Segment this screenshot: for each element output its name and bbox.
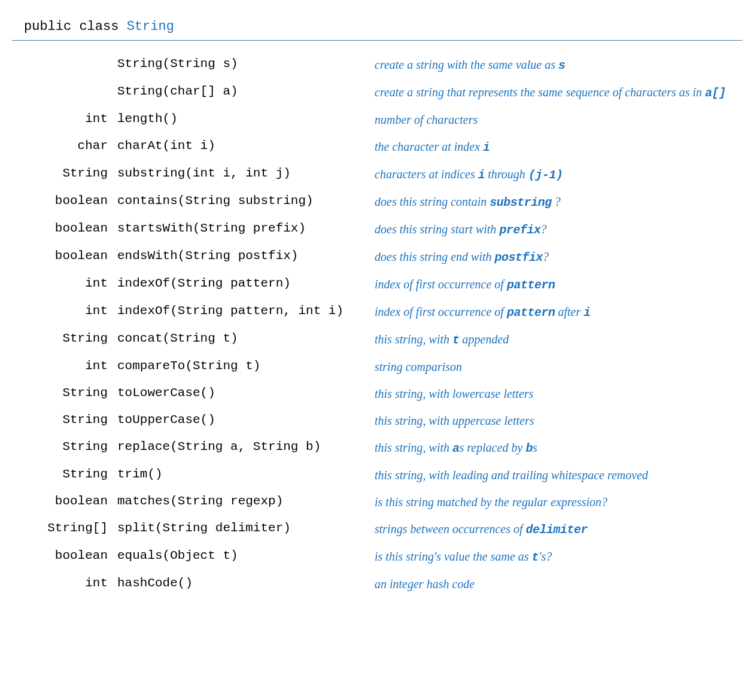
method-row: intindexOf(String pattern)index of first… — [12, 271, 742, 299]
method-row: Stringreplace(String a, String b)this st… — [12, 434, 742, 462]
class-keyword: public class — [24, 19, 118, 34]
return-type: boolean — [12, 494, 117, 508]
inline-code: pattern — [507, 278, 555, 292]
method-signature: charAt(int i) — [117, 139, 375, 153]
method-description: this string, with uppercase letters — [375, 413, 742, 429]
inline-code: s — [558, 59, 566, 72]
return-type: String — [12, 166, 117, 180]
description-text: index of first occurrence of — [375, 305, 507, 318]
method-description: the character at index i — [375, 139, 742, 156]
return-type: boolean — [12, 249, 117, 263]
return-type: String — [12, 467, 117, 481]
method-signature: matches(String regexp) — [117, 494, 375, 508]
return-type: String — [12, 440, 117, 454]
inline-code: postfix — [495, 251, 543, 264]
method-row: intcompareTo(String t)string comparison — [12, 354, 742, 381]
method-signature: compareTo(String t) — [117, 359, 375, 373]
inline-code: i — [478, 168, 485, 182]
description-text: this string, with leading and trailing w… — [375, 468, 648, 482]
description-text: create a string that represents the same… — [375, 86, 705, 99]
method-description: does this string end with postfix? — [375, 249, 742, 266]
description-text: ? — [540, 223, 546, 236]
description-text: through — [485, 168, 528, 181]
method-signature: indexOf(String pattern) — [117, 276, 375, 290]
description-text: an integer hash code — [375, 577, 475, 591]
return-type: char — [12, 139, 117, 153]
method-description: index of first occurrence of pattern aft… — [375, 304, 742, 321]
return-type: int — [12, 576, 117, 590]
description-text: s — [533, 441, 537, 454]
return-type: int — [12, 112, 117, 126]
method-signature: contains(String substring) — [117, 194, 375, 208]
method-description: does this string contain substring ? — [375, 194, 742, 211]
return-type: String[] — [12, 521, 117, 535]
description-text: after — [555, 305, 583, 318]
method-signature: split(String delimiter) — [117, 521, 375, 535]
description-text: ? — [543, 250, 549, 263]
return-type: String — [12, 413, 117, 427]
return-type: String — [12, 386, 117, 400]
method-row: StringtoUpperCase()this string, with upp… — [12, 407, 742, 434]
description-text: create a string with the same value as — [375, 58, 558, 71]
description-text: appended — [460, 333, 509, 346]
inline-code: i — [583, 306, 591, 319]
method-description: this string, with lowercase letters — [375, 386, 742, 402]
method-description: index of first occurrence of pattern — [375, 276, 742, 293]
method-description: is this string's value the same as t's? — [375, 549, 742, 565]
method-signature: String(String s) — [117, 57, 375, 71]
description-text: ? — [552, 195, 561, 208]
class-name: String — [127, 19, 174, 34]
description-text: the character at index — [375, 140, 483, 153]
description-text: is this string matched by the regular ex… — [375, 495, 607, 509]
description-text: does this string end with — [375, 250, 495, 263]
method-signature: indexOf(String pattern, int i) — [117, 304, 375, 318]
method-description: an integer hash code — [375, 576, 742, 592]
method-description: does this string start with prefix? — [375, 221, 742, 238]
description-text: 's? — [539, 550, 552, 563]
method-row: String(char[] a)create a string that rep… — [12, 79, 742, 106]
method-signature: String(char[] a) — [117, 84, 375, 98]
description-text: characters at indices — [375, 168, 478, 181]
method-description: this string, with as replaced by bs — [375, 440, 742, 456]
method-row: booleancontains(String substring)does th… — [12, 188, 742, 216]
method-description: this string, with t appended — [375, 331, 742, 348]
method-signature: substring(int i, int j) — [117, 166, 375, 180]
description-text: this string, with uppercase letters — [375, 414, 534, 427]
method-signature: toLowerCase() — [117, 386, 375, 400]
description-text: this string, with — [375, 441, 452, 454]
method-row: booleanmatches(String regexp)is this str… — [12, 489, 742, 516]
method-signature: trim() — [117, 467, 375, 481]
method-list: String(String s)create a string with the… — [12, 41, 742, 598]
method-signature: concat(String t) — [117, 331, 375, 345]
method-signature: endsWith(String postfix) — [117, 249, 375, 263]
method-row: charcharAt(int i)the character at index … — [12, 133, 742, 161]
return-type: boolean — [12, 549, 117, 562]
method-description: this string, with leading and trailing w… — [375, 467, 742, 483]
method-row: booleanendsWith(String postfix)does this… — [12, 244, 742, 271]
method-row: Stringconcat(String t)this string, with … — [12, 326, 742, 354]
method-row: intindexOf(String pattern, int i)index o… — [12, 299, 742, 326]
method-row: inthashCode()an integer hash code — [12, 571, 742, 598]
method-row: intlength()number of characters — [12, 106, 742, 133]
description-text: does this string contain — [375, 195, 490, 208]
method-description: create a string with the same value as s — [375, 57, 742, 74]
method-signature: hashCode() — [117, 576, 375, 590]
return-type: int — [12, 276, 117, 290]
method-signature: startsWith(String prefix) — [117, 221, 375, 235]
return-type: String — [12, 331, 117, 345]
inline-code: a[] — [705, 86, 726, 100]
method-description: is this string matched by the regular ex… — [375, 494, 742, 510]
return-type: boolean — [12, 194, 117, 208]
inline-code: substring — [490, 196, 552, 209]
method-signature: length() — [117, 112, 375, 126]
method-row: booleanstartsWith(String prefix)does thi… — [12, 216, 742, 244]
return-type: int — [12, 304, 117, 318]
inline-code: pattern — [507, 306, 555, 319]
method-row: StringtoLowerCase()this string, with low… — [12, 381, 742, 407]
inline-code: t — [452, 333, 460, 347]
method-description: create a string that represents the same… — [375, 84, 742, 101]
method-row: String(String s)create a string with the… — [12, 51, 742, 79]
inline-code: b — [525, 442, 533, 455]
description-text: index of first occurrence of — [375, 278, 507, 291]
method-signature: toUpperCase() — [117, 413, 375, 427]
